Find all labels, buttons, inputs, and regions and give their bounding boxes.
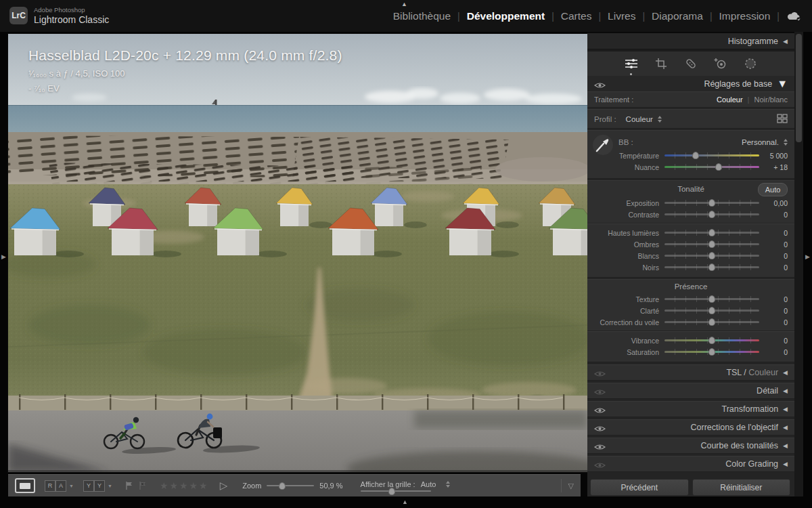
highlights-slider[interactable] — [664, 232, 759, 234]
chevron-updown-icon[interactable] — [446, 481, 450, 488]
sync-cloud-icon[interactable] — [786, 11, 803, 22]
blacks-slider[interactable] — [664, 266, 759, 268]
detail-eye-toggle[interactable] — [594, 387, 606, 395]
treatment-bw-option[interactable]: Noir/blanc — [754, 96, 788, 104]
toolbar-options-dropdown-icon[interactable]: ▽ — [561, 479, 574, 492]
exposure-slider[interactable] — [664, 202, 759, 204]
color-grading-eye-toggle[interactable] — [594, 460, 606, 468]
filmstrip-edge: ▲ — [0, 496, 812, 508]
previous-button[interactable]: Précédent — [590, 479, 689, 496]
crop-tool[interactable] — [654, 56, 669, 71]
reject-flag-icon[interactable] — [138, 481, 148, 490]
blacks-slider-row: Noirs 0 — [587, 261, 794, 273]
pick-flag-icon[interactable] — [125, 481, 134, 490]
treatment-color-option[interactable]: Couleur — [717, 96, 743, 104]
grid-opacity-slider[interactable] — [361, 490, 431, 492]
temperature-value[interactable]: 5 000 — [759, 152, 788, 160]
wb-row: BB : Personnal. — [587, 135, 794, 150]
panel-scrollbar[interactable] — [794, 32, 803, 496]
clarity-slider[interactable] — [664, 310, 759, 312]
transform-eye-toggle[interactable] — [594, 405, 606, 413]
contrast-slider[interactable] — [664, 213, 759, 215]
masking-tool[interactable] — [743, 56, 758, 71]
ev-info: - ⁷⁄₁₀ EV — [28, 83, 342, 93]
before-after-dropdown-icon[interactable]: ▼ — [69, 484, 74, 488]
saturation-slider[interactable] — [664, 351, 759, 353]
tone-curve-panel-header[interactable]: Courbe des tonalités ◀ — [587, 438, 794, 454]
tint-slider[interactable] — [664, 166, 759, 168]
red-eye-tool[interactable] — [713, 56, 728, 71]
texture-slider[interactable] — [664, 298, 759, 300]
chevron-updown-icon[interactable] — [784, 139, 788, 146]
grid-label: Afficher la grille : — [361, 480, 415, 488]
hsl-eye-toggle[interactable] — [594, 368, 606, 377]
panel-scrollbar-thumb[interactable] — [796, 34, 802, 142]
module-develop[interactable]: Développement — [467, 10, 545, 22]
whites-slider[interactable] — [664, 255, 759, 257]
tint-slider-row: Nuance + 18 — [587, 161, 794, 173]
loupe-view-icon[interactable] — [15, 478, 35, 493]
lens-corrections-eye-toggle[interactable] — [594, 423, 606, 431]
hsl-panel-header[interactable]: TSL / Couleur ◀ — [587, 364, 794, 381]
before-after-view-icon[interactable]: RA — [45, 480, 66, 492]
play-icon[interactable]: ▷ — [220, 480, 228, 492]
basic-panel-header: Réglages de base ▼ — [587, 76, 794, 91]
histogram-label: Histogramme — [728, 37, 778, 46]
module-picker: Bibliothèque| Développement| Cartes| Liv… — [393, 0, 803, 32]
auto-tone-button[interactable]: Auto — [758, 183, 788, 196]
zoom-slider[interactable] — [267, 485, 314, 486]
right-panel-reveal-arrow[interactable]: ▶ — [805, 253, 810, 260]
panel-footer-buttons: Précédent Réinitialiser — [590, 479, 790, 496]
shadows-slider-row: Ombres 0 — [587, 238, 794, 250]
temperature-thumb[interactable] — [692, 152, 699, 159]
zoom-control: Zoom 50,9 % — [242, 482, 342, 490]
temperature-slider[interactable] — [664, 154, 759, 156]
detail-panel-header[interactable]: Détail ◀ — [587, 383, 794, 399]
temperature-slider-row: Température 5 000 — [587, 150, 794, 161]
basic-edit-tool[interactable] — [624, 56, 639, 71]
presence-title: Présence — [675, 282, 708, 291]
chevron-updown-icon[interactable] — [658, 116, 662, 123]
vibrance-slider-row: Vibrance 0 — [587, 335, 794, 346]
profile-value-dropdown[interactable]: Couleur — [626, 115, 653, 123]
photo-info-overlay: Hasselblad L2D-20c + 12.29 mm (24.0 mm f… — [28, 47, 342, 93]
histogram-panel-header[interactable]: Histogramme ◀ — [587, 33, 794, 49]
tone-section-header: Tonalité Auto — [587, 181, 794, 197]
vibrance-slider[interactable] — [664, 339, 759, 341]
profile-label: Profil : — [594, 115, 616, 123]
module-slideshow[interactable]: Diaporama — [652, 10, 703, 22]
tint-thumb[interactable] — [715, 163, 722, 171]
reset-button[interactable]: Réinitialiser — [692, 479, 791, 496]
module-map[interactable]: Cartes — [561, 10, 592, 22]
transform-panel-header[interactable]: Transformation ◀ — [587, 401, 794, 417]
tone-title: Tonalité — [677, 185, 704, 193]
lrc-logo: LrC — [9, 7, 28, 24]
treatment-label: Traitement : — [594, 96, 633, 104]
top-panel-reveal-arrow[interactable]: ▲ — [401, 1, 407, 7]
tint-value[interactable]: + 18 — [759, 163, 788, 171]
split-view-dropdown-icon[interactable]: ▼ — [108, 484, 112, 488]
basic-panel-eye-toggle[interactable] — [594, 80, 606, 88]
zoom-value[interactable]: 50,9 % — [319, 482, 342, 490]
star-rating[interactable]: ★★★★★ — [160, 480, 209, 491]
photo-canvas[interactable]: Hasselblad L2D-20c + 12.29 mm (24.0 mm f… — [8, 34, 587, 472]
shadows-slider[interactable] — [664, 243, 759, 245]
presence-section-header: Présence — [587, 280, 794, 293]
lens-corrections-panel-header[interactable]: Corrections de l'objectif ◀ — [587, 419, 794, 436]
white-balance-eyedropper[interactable] — [593, 135, 613, 155]
wb-value-dropdown[interactable]: Personnal. — [742, 138, 779, 146]
basic-panel-title[interactable]: Réglages de base — [704, 79, 772, 89]
module-book[interactable]: Livres — [608, 10, 635, 22]
dehaze-slider[interactable] — [664, 321, 759, 323]
healing-tool[interactable] — [683, 56, 698, 71]
grid-value-dropdown[interactable]: Auto — [421, 480, 436, 488]
flag-controls — [125, 481, 148, 490]
color-grading-panel-header[interactable]: Color Grading ◀ — [587, 456, 794, 472]
module-library[interactable]: Bibliothèque — [393, 10, 451, 22]
left-panel-reveal-arrow[interactable]: ▶ — [1, 253, 6, 260]
module-print[interactable]: Impression — [719, 10, 771, 22]
filmstrip-reveal-arrow[interactable]: ▲ — [402, 499, 408, 505]
profile-browser-grid-icon[interactable] — [777, 114, 788, 125]
tone-curve-eye-toggle[interactable] — [594, 442, 606, 450]
split-view-icon[interactable]: YY — [83, 480, 105, 492]
